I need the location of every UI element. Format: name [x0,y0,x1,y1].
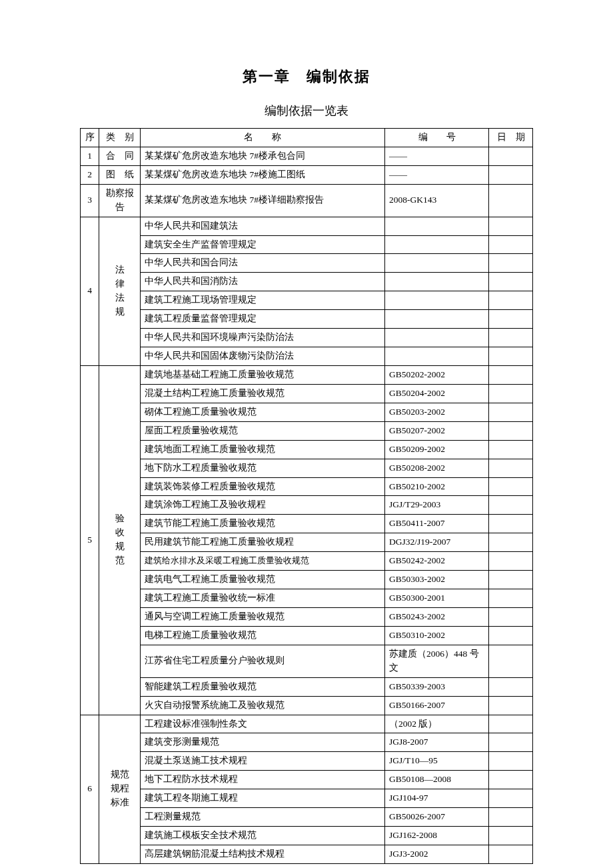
table-row: 中华人民共和国合同法 [81,254,533,273]
cell-code [385,329,489,347]
cell-date [489,496,533,515]
table-row: 砌体工程施工质量验收规范GB50203-2002 [81,403,533,421]
cell-date [489,552,533,571]
table-row: 建筑变形测量规范JGJ8-2007 [81,733,533,752]
table-row: 建筑工程质量监督管理规定 [81,310,533,329]
cell-name: 建筑涂饰工程施工及验收规程 [141,496,385,515]
cell-code: GB50243-2002 [385,607,489,626]
cell-seq: 2 [81,165,99,184]
cell-date [489,329,533,347]
cell-date [489,515,533,533]
table-row: 地下工程防水技术规程GB50108—2008 [81,771,533,789]
cell-code [385,254,489,273]
table-row: 中华人民共和国环境噪声污染防治法 [81,329,533,347]
cell-date [489,771,533,789]
cell-date [489,715,533,733]
cell-date [489,645,533,677]
table-row: 建筑地面工程施工质量验收规范GB50209-2002 [81,440,533,459]
cell-code: GB50210-2002 [385,477,489,496]
cell-date [489,273,533,291]
table-row: 建筑施工模板安全技术规范JGJ162-2008 [81,827,533,845]
table-row: 建筑电气工程施工质量验收规范GB50303-2002 [81,571,533,589]
cell-code: GB50300-2001 [385,589,489,608]
cell-code: DGJ32/J19-2007 [385,533,489,552]
table-row: 2图 纸某某煤矿危房改造东地块 7#楼施工图纸—— [81,165,533,184]
cell-name: 高层建筑钢筋混凝土结构技术规程 [141,845,385,863]
header-code: 编 号 [385,129,489,147]
cell-code: GB50166-2007 [385,696,489,715]
table-row: 建筑工程冬期施工规程JGJ104-97 [81,789,533,808]
cell-name: 建筑工程质量监督管理规定 [141,310,385,329]
cell-name: 某某煤矿危房改造东地块 7#楼施工图纸 [141,165,385,184]
table-row: 混凝土结构工程施工质量验收规范GB50204-2002 [81,384,533,403]
table-row: 1合 同某某煤矿危房改造东地块 7#楼承包合同—— [81,147,533,165]
cell-date [489,845,533,863]
cell-code: JGJ/T10—95 [385,752,489,771]
cell-category: 合 同 [99,147,141,165]
cell-name: 建筑电气工程施工质量验收规范 [141,571,385,589]
cell-date [489,165,533,184]
cell-date [489,789,533,808]
table-row: 中华人民共和国固体废物污染防治法 [81,347,533,366]
cell-code: GB50242-2002 [385,552,489,571]
cell-name: 砌体工程施工质量验收规范 [141,403,385,421]
cell-seq: 6 [81,715,99,863]
cell-name: 建筑地面工程施工质量验收规范 [141,440,385,459]
table-row: 电梯工程施工质量验收规范GB50310-2002 [81,626,533,645]
table-row: 建筑节能工程施工质量验收规范GB50411-2007 [81,515,533,533]
cell-date [489,827,533,845]
cell-name: 智能建筑工程质量验收规范 [141,677,385,696]
cell-name: 屋面工程质量验收规范 [141,421,385,440]
cell-seq: 1 [81,147,99,165]
cell-name: 中华人民共和国建筑法 [141,217,385,235]
cell-date [489,347,533,366]
cell-code: GB50208-2002 [385,459,489,477]
cell-code [385,310,489,329]
basis-table: 序 类 别 名 称 编 号 日 期 1合 同某某煤矿危房改造东地块 7#楼承包合… [80,128,533,864]
table-header-row: 序 类 别 名 称 编 号 日 期 [81,129,533,147]
table-title: 编制依据一览表 [80,103,533,119]
table-row: 智能建筑工程质量验收规范GB50339-2003 [81,677,533,696]
cell-date [489,677,533,696]
cell-date [489,184,533,217]
cell-code [385,291,489,310]
header-name: 名 称 [141,129,385,147]
table-row: 建筑工程施工质量验收统一标准GB50300-2001 [81,589,533,608]
cell-name: 建筑变形测量规范 [141,733,385,752]
cell-name: 混凝土泵送施工技术规程 [141,752,385,771]
table-row: 建筑安全生产监督管理规定 [81,235,533,254]
cell-code: GB50411-2007 [385,515,489,533]
cell-code: 苏建质（2006）448 号文 [385,645,489,677]
cell-date [489,254,533,273]
cell-code: GB50310-2002 [385,626,489,645]
cell-date [489,291,533,310]
cell-date [489,440,533,459]
cell-code: JGJ104-97 [385,789,489,808]
cell-date [489,607,533,626]
cell-date [489,589,533,608]
cell-code: GB50339-2003 [385,677,489,696]
cell-code: （2002 版） [385,715,489,733]
cell-name: 中华人民共和国固体废物污染防治法 [141,347,385,366]
cell-seq: 4 [81,217,99,365]
table-row: 6规范规程标准工程建设标准强制性条文（2002 版） [81,715,533,733]
cell-name: 建筑装饰装修工程质量验收规范 [141,477,385,496]
cell-name: 混凝土结构工程施工质量验收规范 [141,384,385,403]
cell-date [489,733,533,752]
cell-code: —— [385,147,489,165]
cell-name: 电梯工程施工质量验收规范 [141,626,385,645]
cell-name: 某某煤矿危房改造东地块 7#楼详细勘察报告 [141,184,385,217]
cell-code [385,217,489,235]
cell-name: 建筑工程施工现场管理规定 [141,291,385,310]
cell-name: 建筑工程冬期施工规程 [141,789,385,808]
cell-date [489,533,533,552]
cell-date [489,384,533,403]
cell-name: 地下防水工程质量验收规范 [141,459,385,477]
cell-date [489,310,533,329]
cell-date [489,217,533,235]
cell-name: 建筑给水排水及采暖工程施工质量验收规范 [141,552,385,571]
cell-name: 中华人民共和国合同法 [141,254,385,273]
cell-name: 江苏省住宅工程质量分户验收规则 [141,645,385,677]
cell-code: JGJ8-2007 [385,733,489,752]
cell-seq: 5 [81,365,99,715]
